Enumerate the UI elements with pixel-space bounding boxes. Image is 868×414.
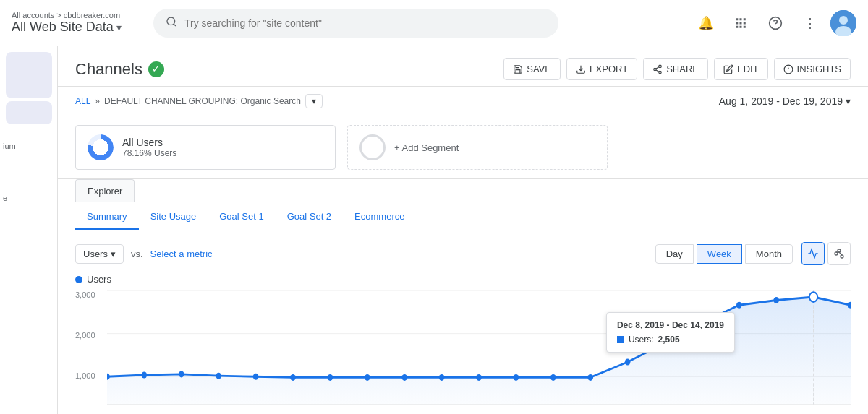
chart-wrapper: 3,000 2,000 1,000 0 (75, 290, 851, 414)
legend-dot (75, 276, 82, 283)
time-btn-week[interactable]: Week (697, 244, 742, 264)
date-range-arrow: ▾ (846, 95, 851, 107)
channels-title: Channels ✓ (75, 60, 164, 79)
svg-point-17 (659, 65, 662, 68)
sidebar-item-2[interactable] (6, 101, 52, 124)
segments-row: All Users 78.16% Users + Add Segment (58, 116, 868, 179)
channels-header: Channels ✓ SAVE EXPORT (58, 46, 868, 87)
tab-goal-set-2[interactable]: Goal Set 2 (276, 205, 343, 230)
insights-button[interactable]: INSIGHTS (774, 58, 851, 80)
bar-chart-btn[interactable] (827, 242, 851, 265)
help-icon[interactable] (761, 9, 790, 38)
segment-card-add[interactable]: + Add Segment (347, 125, 608, 170)
data-point (401, 374, 407, 381)
data-point (514, 374, 519, 381)
svg-rect-5 (736, 22, 738, 24)
save-label: SAVE (527, 64, 551, 74)
add-segment-label: + Add Segment (394, 142, 459, 153)
segment-icon-empty (359, 134, 386, 160)
export-label: EXPORT (590, 64, 628, 74)
channels-title-text: Channels (75, 60, 142, 79)
svg-rect-8 (736, 25, 738, 27)
filter-all[interactable]: ALL (75, 96, 90, 106)
nav-dropdown-arrow[interactable]: ▾ (116, 22, 122, 33)
apps-icon[interactable] (726, 9, 755, 38)
svg-rect-9 (740, 25, 742, 27)
tab-site-usage[interactable]: Site Usage (139, 205, 208, 230)
data-point (550, 374, 556, 381)
chart-svg (107, 290, 851, 414)
tab-summary[interactable]: Summary (75, 205, 139, 230)
data-point (216, 373, 221, 379)
svg-rect-3 (740, 18, 742, 20)
filter-text: DEFAULT CHANNEL GROUPING: Organic Search (104, 96, 301, 106)
sidebar-label-ium: ium (3, 142, 57, 150)
data-point (476, 374, 482, 381)
edit-button[interactable]: EDIT (714, 58, 768, 80)
search-icon (166, 16, 177, 30)
data-point (439, 374, 445, 381)
explorer-tabs: Explorer Summary Site Usage Goal Set 1 G… (58, 179, 868, 230)
filter-left: ALL » DEFAULT CHANNEL GROUPING: Organic … (75, 94, 323, 108)
svg-line-20 (656, 69, 659, 71)
metric-dropdown[interactable]: Users ▾ (75, 244, 124, 264)
nav-title[interactable]: All Web Site Data ▾ (12, 20, 142, 35)
sidebar-label-e: e (3, 194, 57, 202)
time-btn-month[interactable]: Month (745, 244, 793, 264)
filter-dropdown-arrow: ▾ (312, 96, 316, 106)
y-axis: 3,000 2,000 1,000 0 (75, 290, 104, 414)
save-button[interactable]: SAVE (503, 58, 561, 80)
data-point (142, 372, 148, 379)
segment-card-1: All Users 78.16% Users (75, 125, 336, 170)
data-point (736, 302, 742, 309)
search-bar[interactable] (153, 9, 558, 38)
highlighted-point (809, 292, 817, 302)
explorer-tab-header[interactable]: Explorer (75, 179, 135, 202)
data-point (328, 374, 333, 381)
chart-type-btns (801, 242, 851, 265)
data-point (179, 371, 184, 377)
search-input[interactable] (184, 17, 546, 29)
header-actions: SAVE EXPORT SHARE (503, 58, 851, 80)
share-label: SHARE (666, 64, 699, 74)
data-point (773, 297, 779, 303)
edit-label: EDIT (737, 64, 759, 74)
time-btn-day[interactable]: Day (655, 244, 694, 264)
tab-goal-set-1[interactable]: Goal Set 1 (208, 205, 275, 230)
area-fill (107, 297, 851, 405)
select-metric[interactable]: Select a metric (150, 249, 213, 259)
content-area: Channels ✓ SAVE EXPORT (58, 46, 868, 414)
segment-name-1: All Users (122, 137, 176, 148)
notifications-icon[interactable]: 🔔 (692, 9, 720, 38)
tooltip-square (617, 336, 624, 343)
users-legend: Users (75, 274, 851, 285)
chart-tooltip: Dec 8, 2019 - Dec 14, 2019 Users: 2,505 (606, 312, 735, 353)
svg-point-18 (654, 68, 657, 71)
nav-title-text: All Web Site Data (12, 20, 114, 35)
chart-controls: Users ▾ vs. Select a metric Day Week Mon… (75, 242, 851, 265)
time-chart-controls: Day Week Month (655, 242, 851, 265)
share-button[interactable]: SHARE (643, 58, 708, 80)
filter-dropdown[interactable]: ▾ (305, 94, 323, 108)
date-range-text: Aug 1, 2019 - Dec 19, 2019 (719, 95, 843, 107)
date-range[interactable]: Aug 1, 2019 - Dec 19, 2019 ▾ (719, 95, 851, 107)
sidebar-item-1[interactable] (6, 52, 52, 98)
svg-rect-7 (744, 22, 746, 24)
tooltip-metric-label: Users: (629, 335, 654, 345)
segment-sub-1: 78.16% Users (122, 148, 176, 158)
avatar[interactable] (830, 10, 856, 36)
metric-label: Users (83, 249, 108, 259)
line-chart-btn[interactable] (801, 242, 825, 265)
tab-ecommerce[interactable]: Ecommerce (343, 205, 416, 230)
segment-info-1: All Users 78.16% Users (122, 137, 176, 158)
y-label-3000: 3,000 (75, 290, 104, 299)
svg-line-1 (174, 24, 176, 26)
more-icon[interactable]: ⋮ (796, 9, 825, 38)
sub-tabs: Summary Site Usage Goal Set 1 Goal Set 2… (75, 202, 851, 230)
svg-rect-6 (740, 22, 742, 24)
y-label-1000: 1,000 (75, 371, 104, 380)
filter-bar: ALL » DEFAULT CHANNEL GROUPING: Organic … (58, 87, 868, 116)
export-button[interactable]: EXPORT (566, 58, 637, 80)
top-nav: All accounts > cbdbreaker.com All Web Si… (0, 0, 868, 46)
vs-text: vs. (131, 249, 143, 259)
